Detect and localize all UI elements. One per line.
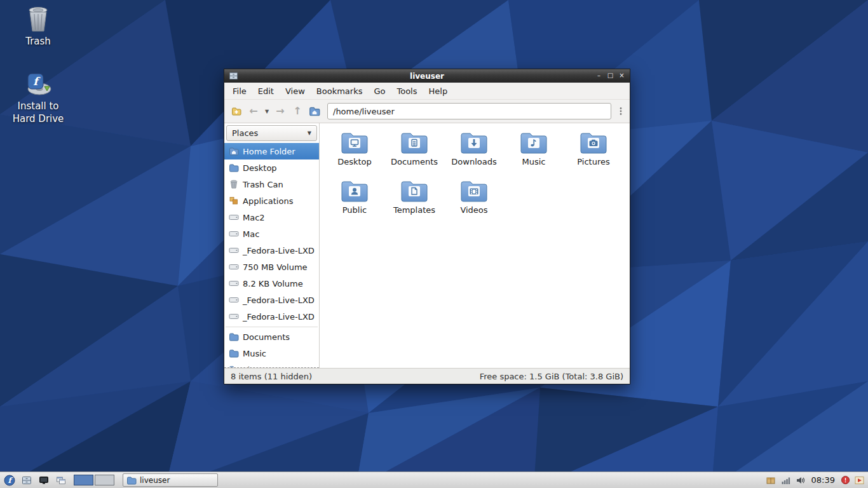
sidebar-item-label: 750 MB Volume <box>243 262 308 272</box>
file-templates[interactable]: Templates <box>384 177 444 225</box>
sidebar-item-label: Music <box>243 349 266 358</box>
forward-button[interactable]: → <box>272 102 288 120</box>
file-music[interactable]: Music <box>504 128 564 177</box>
menu-edit[interactable]: Edit <box>252 84 280 98</box>
sidebar-item-fedora-live-lxd-3[interactable]: _Fedora-Live-LXD <box>224 308 319 325</box>
sidebar-item-desktop[interactable]: Desktop <box>224 159 319 176</box>
sidebar-item-pictures[interactable]: Pictures <box>224 362 319 368</box>
drive-icon <box>229 229 239 239</box>
menu-go[interactable]: Go <box>368 84 391 98</box>
file-downloads[interactable]: Downloads <box>444 128 504 177</box>
system-tray: 08:39 <box>766 475 867 485</box>
history-dropdown-button[interactable]: ▼ <box>262 102 271 120</box>
sidebar-item-mac2[interactable]: Mac2 <box>224 209 319 226</box>
file-label: Pictures <box>577 157 609 166</box>
sidebar-item-82kb-volume[interactable]: 8.2 KB Volume <box>224 275 319 292</box>
status-free-space-text: Free space: 1.5 GiB (Total: 3.8 GiB) <box>480 372 623 381</box>
menu-help[interactable]: Help <box>423 84 454 98</box>
terminal-launcher[interactable] <box>36 473 51 487</box>
network-icon[interactable] <box>780 475 791 485</box>
chevron-down-icon: ▼ <box>265 109 269 114</box>
file-manager-window: liveuser – □ × File Edit View Bookmarks … <box>224 69 630 384</box>
new-tab-button[interactable] <box>228 102 245 120</box>
trash-icon <box>24 5 53 33</box>
sidebar-item-label: Mac <box>243 229 259 239</box>
sidebar-item-label: Home Folder <box>243 147 295 156</box>
sidebar-item-fedora-live-lxd-1[interactable]: _Fedora-Live-LXD <box>224 242 319 259</box>
file-pictures[interactable]: Pictures <box>564 128 623 177</box>
terminal-icon <box>39 475 49 485</box>
drive-icon <box>229 212 239 222</box>
home-button[interactable] <box>306 102 323 120</box>
desktop-folder-icon <box>340 130 369 155</box>
downloads-folder-icon <box>459 130 489 155</box>
file-videos[interactable]: Videos <box>444 177 504 225</box>
sidebar-item-label: 8.2 KB Volume <box>243 279 303 288</box>
titlebar[interactable]: liveuser – □ × <box>224 69 630 83</box>
volume-icon[interactable] <box>796 475 806 485</box>
folder-icon <box>126 475 137 485</box>
up-icon: ↑ <box>293 106 301 116</box>
clock[interactable]: 08:39 <box>811 475 835 485</box>
menu-tools[interactable]: Tools <box>391 84 423 98</box>
sidebar-item-fedora-live-lxd-2[interactable]: _Fedora-Live-LXD <box>224 292 319 308</box>
sidebar-item-music[interactable]: Music <box>224 345 319 362</box>
menu-file[interactable]: File <box>227 84 252 98</box>
toolbar-menu-icon <box>616 106 626 116</box>
toolbar-menu-button[interactable] <box>616 102 626 120</box>
sidebar-item-label: _Fedora-Live-LXD <box>243 295 315 305</box>
file-view: Desktop Documents Downloads Music Pictur… <box>320 123 630 368</box>
places-selector-label: Places <box>232 128 258 138</box>
sidebar-item-label: Mac2 <box>243 213 265 222</box>
videos-folder-icon <box>459 178 489 203</box>
file-public[interactable]: Public <box>325 177 384 225</box>
drive-icon <box>229 245 239 255</box>
sidebar-item-applications[interactable]: Applications <box>224 193 319 209</box>
desktop-icon-trash[interactable]: Trash <box>3 5 74 48</box>
sidebar-item-home-folder[interactable]: Home Folder <box>224 143 319 159</box>
places-list: Home Folder Desktop Trash Can Applicatio… <box>224 143 319 368</box>
desktop-icon-label: Install to Hard Drive <box>11 100 65 125</box>
package-manager-icon[interactable] <box>766 475 776 485</box>
sidebar-separator <box>224 325 319 329</box>
file-label: Public <box>342 205 367 215</box>
new-tab-icon <box>231 106 241 116</box>
file-desktop[interactable]: Desktop <box>325 128 384 177</box>
workspace-pager <box>74 475 114 485</box>
status-items-text: 8 items (11 hidden) <box>231 372 312 381</box>
sidebar-item-documents[interactable]: Documents <box>224 329 319 345</box>
file-manager-launcher[interactable] <box>18 473 34 487</box>
update-notifier-icon[interactable] <box>841 475 850 485</box>
tray-expand-icon[interactable] <box>855 475 865 485</box>
minimize-button[interactable]: – <box>594 71 604 81</box>
app-menu-button[interactable] <box>1 473 17 487</box>
desktop-icon-install-to-hard-drive[interactable]: f Install to Hard Drive <box>3 70 74 125</box>
close-button[interactable]: × <box>617 71 627 81</box>
places-selector[interactable]: Places ▼ <box>226 125 317 141</box>
menu-bookmarks[interactable]: Bookmarks <box>311 84 369 98</box>
sidebar-item-750mb-volume[interactable]: 750 MB Volume <box>224 259 319 275</box>
menu-view[interactable]: View <box>280 84 311 98</box>
sidebar: Places ▼ Home Folder Desktop Trash Can <box>224 123 320 368</box>
sidebar-item-mac[interactable]: Mac <box>224 226 319 242</box>
install-to-hard-drive-icon: f <box>23 70 53 98</box>
up-button[interactable]: ↑ <box>289 102 306 120</box>
workspace-2[interactable] <box>95 475 114 485</box>
sidebar-item-label: Trash Can <box>243 180 283 189</box>
windows-icon <box>56 475 66 485</box>
back-button[interactable]: ← <box>245 102 262 120</box>
sidebar-item-label: _Fedora-Live-LXD <box>243 246 315 255</box>
maximize-button[interactable]: □ <box>606 71 615 81</box>
sidebar-item-label: Applications <box>243 196 293 206</box>
taskbar-window-button[interactable]: liveuser <box>123 473 218 487</box>
public-folder-icon <box>340 178 369 203</box>
forward-icon: → <box>276 106 284 116</box>
path-input[interactable] <box>327 103 611 119</box>
iconify-all-button[interactable] <box>53 473 69 487</box>
drive-icon <box>229 311 239 322</box>
file-label: Music <box>522 157 546 166</box>
workspace-1[interactable] <box>74 475 93 485</box>
folder-icon <box>229 348 239 358</box>
sidebar-item-trash-can[interactable]: Trash Can <box>224 176 319 193</box>
file-documents[interactable]: Documents <box>384 128 444 177</box>
